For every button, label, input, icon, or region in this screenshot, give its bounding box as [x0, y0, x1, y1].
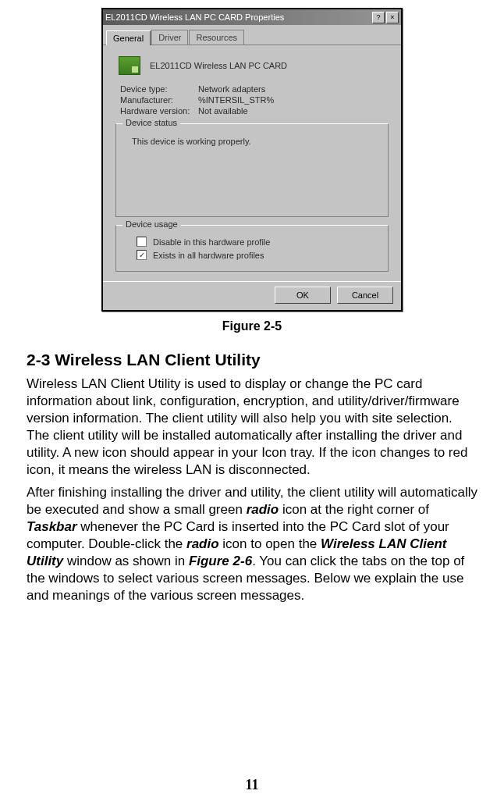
p2-s5: window as shown in — [63, 554, 189, 568]
legend-device-usage: Device usage — [122, 219, 181, 229]
tab-driver[interactable]: Driver — [151, 30, 188, 45]
fieldset-device-usage: Device usage Disable in this hardware pr… — [115, 225, 389, 272]
ok-button[interactable]: OK — [275, 287, 331, 304]
label-device-type: Device type: — [120, 84, 198, 94]
section-heading: 2-3 Wireless LAN Client Utility — [27, 351, 477, 369]
device-card-icon — [119, 56, 140, 75]
checkbox-exists-all[interactable]: ✓ — [137, 250, 147, 260]
label-hardware-version: Hardware version: — [120, 106, 198, 116]
paragraph-1: Wireless LAN Client Utility is used to d… — [27, 376, 477, 479]
legend-device-status: Device status — [122, 118, 180, 127]
p2-b1: radio — [247, 502, 279, 517]
p2-s2: icon at the right corner of — [279, 502, 429, 517]
cancel-button[interactable]: Cancel — [337, 287, 393, 304]
properties-dialog: EL2011CD Wireless LAN PC CARD Properties… — [101, 8, 403, 312]
checkbox-disable-profile[interactable] — [137, 237, 147, 247]
tab-row: General Driver Resources — [103, 25, 401, 45]
help-icon[interactable]: ? — [372, 12, 385, 23]
p2-s4: icon to open the — [219, 536, 321, 551]
label-exists-all: Exists in all hardware profiles — [153, 251, 264, 260]
titlebar: EL2011CD Wireless LAN PC CARD Properties… — [103, 9, 401, 25]
fieldset-device-status: Device status This device is working pro… — [115, 123, 389, 217]
figure-caption: Figure 2-5 — [0, 319, 504, 333]
p2-b3: radio — [186, 536, 219, 551]
value-device-type: Network adapters — [198, 84, 265, 94]
page-number: 11 — [0, 777, 504, 793]
window-title: EL2011CD Wireless LAN PC CARD Properties — [105, 12, 284, 22]
label-manufacturer: Manufacturer: — [120, 95, 198, 105]
paragraph-2: After finishing installing the driver an… — [27, 484, 477, 605]
p2-b2: Taskbar — [27, 519, 77, 534]
tab-resources[interactable]: Resources — [189, 30, 244, 45]
value-hardware-version: Not available — [198, 106, 248, 116]
tab-panel-general: EL2011CD Wireless LAN PC CARD Device typ… — [103, 45, 401, 281]
device-name: EL2011CD Wireless LAN PC CARD — [150, 61, 287, 70]
p2-b5: Figure 2-6 — [189, 554, 252, 568]
label-disable-profile: Disable in this hardware profile — [153, 237, 270, 247]
value-manufacturer: %INTERSIL_STR% — [198, 95, 274, 105]
tab-general[interactable]: General — [106, 30, 151, 45]
close-icon[interactable]: × — [386, 12, 399, 23]
device-status-text: This device is working properly. — [132, 137, 380, 146]
